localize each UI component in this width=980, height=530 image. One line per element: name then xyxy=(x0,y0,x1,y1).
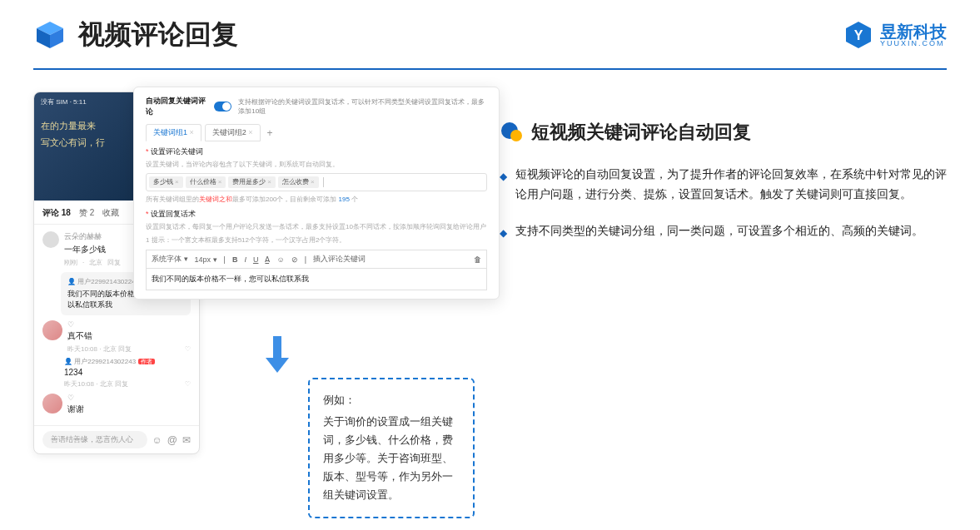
bullet-item: ◆ 支持不同类型的关键词分组，同一类问题，可设置多个相近的、高频的关键词。 xyxy=(500,221,947,241)
keyword-group-tab-1[interactable]: 关键词组1 × xyxy=(146,124,201,141)
delete-button[interactable]: 🗑 xyxy=(474,255,481,264)
arrow-down-icon xyxy=(262,336,292,378)
heart-icon: ♡ xyxy=(67,394,74,402)
emoji-icon[interactable]: ☺ xyxy=(152,434,162,446)
add-tab-button[interactable]: + xyxy=(264,127,276,139)
panel-desc: 支持根据评论的关键词设置回复话术，可以针对不同类型关键词设置回复话术，最多添加1… xyxy=(238,97,487,116)
heart-icon: ♡ xyxy=(67,320,74,329)
like-icon[interactable]: ♡ xyxy=(185,380,191,388)
comment-text: 谢谢 xyxy=(67,404,191,415)
underline-button[interactable]: U xyxy=(253,255,259,264)
comment-text: 真不错 xyxy=(67,330,191,342)
avatar xyxy=(42,320,62,340)
section-hint: 设置回复话术，每回复一个用户评论只发送一条话术，最多支持设置10条不同话术，按添… xyxy=(146,222,487,231)
diamond-bullet-icon: ◆ xyxy=(500,168,507,205)
bullet-item: ◆ 短视频评论的自动回复设置，为了提升作者的评论回复效率，在系统中针对常见的评论… xyxy=(500,165,947,205)
example-box: 例如： 关于询价的设置成一组关键词，多少钱、什么价格，费用多少等。关于咨询班型、… xyxy=(308,378,475,518)
tab-comments[interactable]: 评论 18 xyxy=(42,207,71,219)
tab-favorites[interactable]: 收藏 xyxy=(102,207,119,219)
at-icon[interactable]: @ xyxy=(167,434,177,446)
keyword-pill[interactable]: 费用是多少× xyxy=(228,176,276,188)
keyword-pill[interactable]: 什么价格× xyxy=(186,176,226,188)
font-select[interactable]: 系统字体 ▾ xyxy=(152,254,188,265)
avatar xyxy=(42,394,62,414)
svg-point-8 xyxy=(510,130,522,141)
keyword-input[interactable]: 多少钱× 什么价格× 费用是多少× 怎么收费× xyxy=(146,173,487,191)
tab-likes[interactable]: 赞 2 xyxy=(79,207,94,219)
section-hint: 设置关键词，当评论内容包含了以下关键词，则系统可自动回复。 xyxy=(146,160,487,169)
header-divider xyxy=(33,68,947,70)
char-limit-note: 1 提示：一个富文本框最多支持512个字符，一个汉字占用2个字符。 xyxy=(146,235,487,245)
panel-title: 自动回复关键词评论 xyxy=(146,96,207,117)
logo-badge-icon: Y xyxy=(843,20,873,50)
send-icon[interactable]: ✉ xyxy=(182,434,191,446)
comment-input[interactable]: 善语结善缘，恶言伤人心 xyxy=(42,431,147,448)
example-title: 例如： xyxy=(323,391,460,409)
keyword-pill[interactable]: 怎么收费× xyxy=(278,176,319,188)
brand-logo: Y 昱新科技 YUUXIN.COM xyxy=(843,20,947,50)
config-panel: 自动回复关键词评论 支持根据评论的关键词设置回复话术，可以针对不同类型关键词设置… xyxy=(133,87,500,300)
keyword-group-tab-2[interactable]: 关键词组2 × xyxy=(205,124,261,141)
bold-button[interactable]: B xyxy=(232,255,238,264)
clear-button[interactable]: ⊘ xyxy=(291,255,298,264)
logo-text-sub: YUUXIN.COM xyxy=(880,40,947,47)
insert-keyword-button[interactable]: 插入评论关键词 xyxy=(313,254,366,265)
svg-rect-5 xyxy=(273,336,281,359)
section-icon xyxy=(500,121,523,144)
section-label-keywords: 设置评论关键词 xyxy=(146,146,487,157)
size-select[interactable]: 14px ▾ xyxy=(195,255,217,264)
color-button[interactable]: A̲ xyxy=(265,255,270,264)
section-title: 短视频关键词评论自动回复 xyxy=(531,120,751,145)
diamond-bullet-icon: ◆ xyxy=(500,225,507,241)
svg-text:Y: Y xyxy=(854,28,863,42)
bullet-text: 短视频评论的自动回复设置，为了提升作者的评论回复效率，在系统中针对常见的评论用户… xyxy=(515,165,947,205)
section-label-reply: 设置回复话术 xyxy=(146,209,487,220)
avatar xyxy=(42,231,59,248)
cube-icon xyxy=(33,18,67,52)
reply-text-editor[interactable]: 我们不同的版本价格不一样，您可以私信联系我 xyxy=(146,269,487,290)
editor-toolbar: 系统字体 ▾ 14px ▾ | B I U A̲ ☺ ⊘ | 插入评论关键词 🗑 xyxy=(146,250,487,269)
keyword-count-note: 所有关键词组里的关键词之和最多可添加200个，目前剩余可添加 195 个 xyxy=(146,195,487,204)
svg-marker-6 xyxy=(266,358,289,373)
page-title: 视频评论回复 xyxy=(78,17,238,53)
auto-reply-toggle[interactable] xyxy=(214,102,232,111)
like-icon[interactable]: ♡ xyxy=(185,345,191,353)
italic-button[interactable]: I xyxy=(244,255,246,264)
example-body: 关于询价的设置成一组关键词，多少钱、什么价格，费用多少等。关于咨询班型、版本、型… xyxy=(323,413,460,504)
emoji-button[interactable]: ☺ xyxy=(276,255,284,264)
logo-text-main: 昱新科技 xyxy=(880,23,947,40)
keyword-pill[interactable]: 多少钱× xyxy=(149,176,183,188)
bullet-text: 支持不同类型的关键词分组，同一类问题，可设置多个相近的、高频的关键词。 xyxy=(515,221,923,241)
